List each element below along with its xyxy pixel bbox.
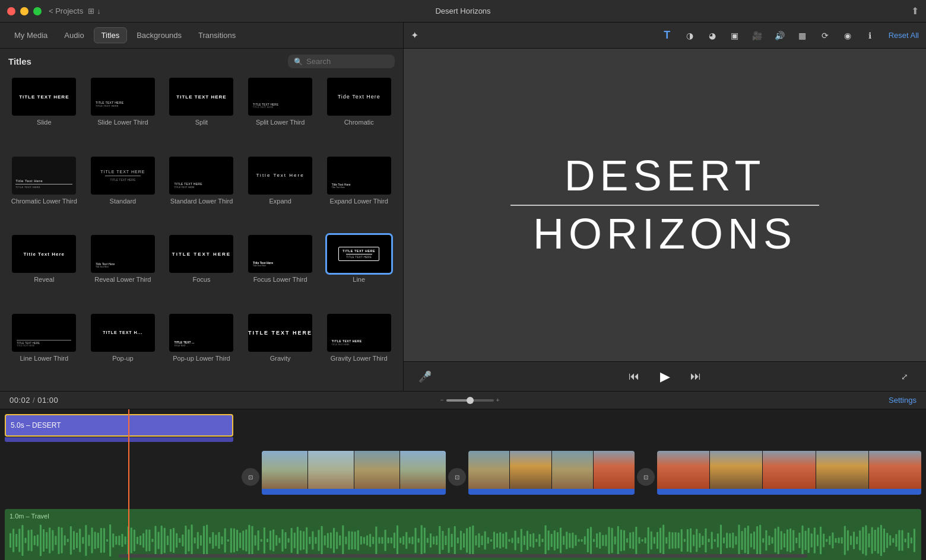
title-card-expand-lower-third[interactable]: Title Text Here Title Text Here Expand L… [321, 154, 397, 231]
svg-rect-189 [581, 539, 583, 542]
svg-rect-13 [49, 527, 50, 553]
svg-rect-220 [675, 532, 677, 548]
title-card-pop-up-lower-third[interactable]: TITLE TEXT ... TITLE TEXT ... Pop-up Low… [163, 311, 240, 388]
crop-tool-button[interactable]: ▣ [726, 27, 744, 44]
svg-rect-200 [614, 536, 616, 544]
title-card-slide[interactable]: TITLE TEXT HERE Slide [6, 75, 83, 152]
title-card-reveal-lower-third[interactable]: Title Text Here Title Text Here Reveal L… [85, 233, 161, 309]
svg-rect-106 [330, 532, 332, 548]
preview-area: DESERT HORIZONS [404, 49, 926, 361]
search-input[interactable] [306, 57, 389, 66]
magic-wand-icon[interactable]: ✦ [411, 30, 418, 41]
share-icon[interactable]: ⬆ [911, 5, 919, 17]
maximize-button[interactable] [33, 7, 42, 15]
svg-rect-146 [451, 534, 453, 548]
svg-rect-1 [12, 529, 14, 552]
tab-titles[interactable]: Titles [94, 27, 128, 43]
tab-my-media[interactable]: My Media [7, 28, 55, 43]
svg-rect-17 [61, 527, 63, 553]
zoom-out-icon[interactable]: − [440, 397, 444, 403]
svg-rect-168 [518, 537, 519, 543]
video-clip-3[interactable] [657, 451, 921, 495]
svg-rect-280 [856, 536, 858, 544]
back-projects-button[interactable]: < Projects [49, 7, 83, 15]
svg-rect-10 [40, 524, 42, 556]
svg-rect-261 [798, 533, 800, 548]
minimize-button[interactable] [20, 7, 28, 15]
tab-transitions[interactable]: Transitions [191, 28, 243, 43]
svg-rect-138 [427, 538, 429, 543]
title-card-gravity-lower-third[interactable]: TITLE TEXT HERE TITLE TEXT HERE Gravity … [321, 311, 397, 388]
svg-rect-183 [563, 536, 565, 545]
playhead[interactable] [128, 409, 129, 560]
svg-rect-119 [369, 534, 371, 547]
svg-rect-213 [654, 537, 655, 543]
play-button[interactable]: ▶ [655, 367, 674, 386]
svg-rect-291 [889, 535, 891, 546]
svg-rect-210 [645, 537, 646, 543]
svg-rect-289 [883, 529, 885, 552]
camera-tool-button[interactable]: 🎥 [749, 27, 766, 44]
title-card-standard-lower-third[interactable]: TITLE TEXT HERE TITLE TEXT HERE Standard… [163, 154, 240, 231]
go-to-start-button[interactable]: ⏮ [624, 367, 643, 386]
title-card-split[interactable]: TITLE TEXT HERE Split [163, 75, 240, 152]
title-card-slide-lower-third[interactable]: TITLE TEXT HERE Title Text Here Slide Lo… [85, 75, 161, 152]
audio-clip[interactable]: 1.0m – Travel [5, 509, 921, 560]
title-card-standard[interactable]: TITLE TEXT HERE TITLE TEXT HERE Standard [85, 154, 161, 231]
title-card-pop-up[interactable]: TITLE TEXT H... Pop-up [85, 311, 161, 388]
zoom-slider[interactable] [446, 399, 494, 402]
title-card-line[interactable]: TITLE TEXT HERE TITLE TEXT HERE Line [321, 233, 397, 309]
standard-lower-third-thumb: TITLE TEXT HERE TITLE TEXT HERE [169, 157, 233, 195]
tab-audio[interactable]: Audio [57, 28, 91, 43]
title-card-gravity[interactable]: TITLE TEXT HERE Gravity [242, 311, 319, 388]
fullscreen-button[interactable]: ⤢ [895, 367, 914, 386]
text-tool-button[interactable]: T [658, 27, 676, 44]
video-clip-2[interactable] [468, 451, 635, 495]
settings-button[interactable]: Settings [889, 396, 917, 405]
svg-rect-41 [134, 530, 135, 552]
title-card-line-lower-third[interactable]: TITLE TEXT HERE TITLE TEXT HERE Line Low… [6, 311, 83, 388]
svg-rect-67 [212, 532, 214, 549]
svg-rect-252 [772, 537, 773, 544]
close-button[interactable] [7, 7, 15, 15]
tab-backgrounds[interactable]: Backgrounds [129, 28, 189, 43]
title-clip[interactable]: 5.0s – DESERT [5, 414, 233, 437]
video-clip-1[interactable] [262, 451, 446, 495]
go-to-end-button[interactable]: ⏭ [686, 367, 705, 386]
title-card-focus[interactable]: Title Text Here Focus [163, 233, 240, 309]
info-tool-button[interactable]: ℹ [861, 27, 879, 44]
search-box[interactable]: 🔍 [288, 55, 395, 68]
svg-rect-12 [46, 532, 47, 549]
zoom-in-icon[interactable]: + [496, 397, 500, 403]
title-card-expand[interactable]: Title Text Here Expand [242, 154, 319, 231]
title-card-split-lower-third[interactable]: TITLE TEXT HERE Title Text Here Split Lo… [242, 75, 319, 152]
style-tool-button[interactable]: ◑ [681, 27, 699, 44]
connector-icon-2: ⊡ [455, 474, 459, 481]
microphone-button[interactable]: 🎤 [416, 367, 435, 386]
reset-all-button[interactable]: Reset All [889, 31, 919, 40]
svg-rect-248 [759, 525, 761, 556]
title-card-chromatic-lower-third[interactable]: Title Text Here TITLE TEXT HERE Chromati… [6, 154, 83, 231]
svg-rect-251 [768, 536, 770, 545]
left-panel: My Media Audio Titles Backgrounds Transi… [0, 23, 404, 391]
title-card-reveal[interactable]: Title Text Here Reveal [6, 233, 83, 309]
look-tool-button[interactable]: ◉ [839, 27, 857, 44]
svg-rect-201 [617, 526, 619, 555]
svg-rect-52 [167, 536, 169, 545]
title-card-focus-lower-third[interactable]: Title Text Here Title Text Here Focus Lo… [242, 233, 319, 309]
svg-rect-217 [665, 537, 667, 544]
video-track: ⊡ ⊡ [5, 451, 921, 503]
forward-arrow-icon[interactable]: ↓ [97, 7, 101, 15]
right-panel: ✦ T ◑ ◕ ▣ 🎥 🔊 ▦ ⟳ ◉ ℹ Reset All DESERT H… [404, 23, 926, 391]
svg-rect-286 [874, 530, 876, 551]
color-tool-button[interactable]: ◕ [703, 27, 721, 44]
storyboard-icon[interactable]: ⊞ [88, 7, 94, 15]
title-card-chromatic[interactable]: Tide Text Here Chromatic [321, 75, 397, 152]
speed-tool-button[interactable]: ⟳ [816, 27, 834, 44]
audio-tool-button[interactable]: 🔊 [771, 27, 789, 44]
svg-rect-19 [67, 539, 69, 542]
timeline-scrollbar[interactable] [119, 554, 807, 558]
svg-rect-156 [481, 536, 483, 545]
bars-tool-button[interactable]: ▦ [794, 27, 811, 44]
svg-rect-260 [795, 537, 797, 543]
